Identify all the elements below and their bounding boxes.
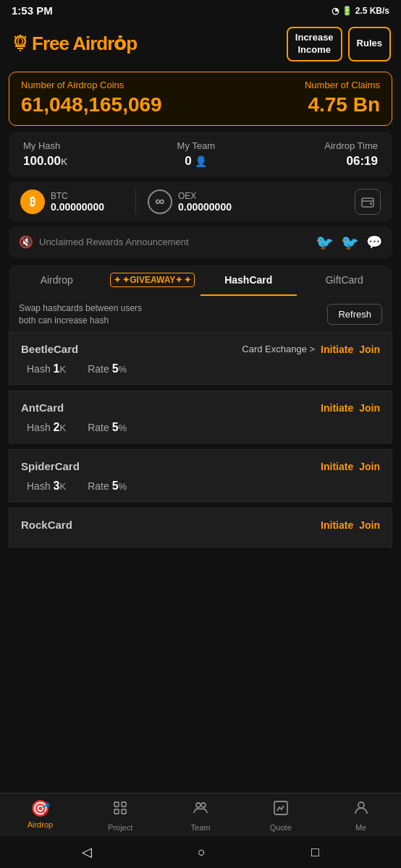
status-icons: ◔ 🔋 2.5 KB/s bbox=[332, 6, 389, 16]
app-header: Free Airdrȯp Increase Income Rules bbox=[0, 21, 401, 69]
discord-icon[interactable]: 💬 bbox=[366, 234, 382, 250]
network-speed: 2.5 KB/s bbox=[355, 6, 389, 16]
beetle-card-stats: Hash 1K Rate 5% bbox=[27, 362, 380, 375]
beetle-initiate-button[interactable]: Initiate bbox=[321, 344, 353, 355]
ant-rate-stat: Rate 5% bbox=[88, 421, 127, 434]
coin-divider bbox=[135, 189, 136, 215]
ant-card-actions: Initiate Join bbox=[321, 402, 380, 414]
rock-initiate-button[interactable]: Initiate bbox=[321, 519, 353, 531]
svg-point-14 bbox=[196, 803, 200, 807]
nav-item-team[interactable]: Team bbox=[179, 799, 222, 832]
coins-section: Number of Airdrop Coins 61,048,165,069 bbox=[21, 80, 162, 116]
rock-card-name: RockCard bbox=[21, 519, 72, 531]
refresh-button[interactable]: Refresh bbox=[327, 304, 382, 325]
svg-rect-9 bbox=[370, 203, 372, 205]
airdrop-time-label: Airdrop Time bbox=[324, 140, 378, 151]
airdrop-time-value: 06:19 bbox=[324, 154, 378, 169]
claims-section: Number of Claims 4.75 Bn bbox=[305, 80, 380, 116]
oex-name: OEX bbox=[178, 191, 232, 201]
spider-card-name: SpiderCard bbox=[21, 460, 80, 472]
ant-card-header: AntCard Initiate Join bbox=[21, 401, 380, 414]
svg-line-3 bbox=[14, 36, 16, 38]
me-nav-icon bbox=[353, 799, 370, 821]
nav-item-airdrop[interactable]: 🎯 Airdrop bbox=[18, 799, 62, 832]
beetle-rate-stat: Rate 5% bbox=[88, 362, 127, 375]
nav-item-quote[interactable]: Quote bbox=[259, 799, 303, 832]
ant-initiate-button[interactable]: Initiate bbox=[321, 402, 353, 414]
btc-icon: ₿ bbox=[20, 190, 45, 214]
rules-button[interactable]: Rules bbox=[348, 27, 391, 61]
my-hash-label: My Hash bbox=[23, 140, 67, 151]
logo-icon bbox=[10, 34, 30, 54]
tab-hashcard[interactable]: HashCard bbox=[200, 265, 297, 296]
quote-nav-icon bbox=[272, 799, 290, 821]
oex-info: OEX 0.00000000 bbox=[178, 191, 232, 213]
header-buttons: Increase Income Rules bbox=[287, 27, 391, 61]
list-item: AntCard Initiate Join Hash 2K Rate 5% bbox=[9, 391, 392, 443]
spider-join-button[interactable]: Join bbox=[359, 461, 380, 472]
btc-value: 0.00000000 bbox=[51, 201, 104, 213]
card-exchange-label: Card Exchange > bbox=[242, 344, 315, 354]
my-hash-cell: My Hash 100.00K bbox=[23, 140, 67, 169]
nav-item-me[interactable]: Me bbox=[339, 799, 383, 832]
beetle-card-actions: Card Exchange > Initiate Join bbox=[242, 344, 380, 355]
wallet-button[interactable] bbox=[355, 189, 381, 215]
card-list: BeetleCard Card Exchange > Initiate Join… bbox=[9, 332, 392, 549]
svg-rect-12 bbox=[114, 809, 119, 814]
ant-join-button[interactable]: Join bbox=[359, 402, 380, 414]
tab-giftcard[interactable]: GiftCard bbox=[297, 265, 393, 296]
team-nav-label: Team bbox=[191, 823, 211, 832]
airdrop-time-cell: Airdrop Time 06:19 bbox=[324, 140, 378, 169]
my-team-label: My Team bbox=[177, 140, 216, 151]
coins-row: ₿ BTC 0.00000000 ∞ OEX 0.00000000 bbox=[9, 182, 392, 222]
rock-card-header: RockCard Initiate Join bbox=[21, 519, 380, 531]
social-icons: 🐦 🐦 💬 bbox=[316, 234, 382, 251]
btc-item: ₿ BTC 0.00000000 bbox=[20, 190, 124, 214]
android-nav-bar: ◁ ○ □ bbox=[0, 836, 401, 868]
oex-icon: ∞ bbox=[148, 190, 172, 214]
twitter-icon-2[interactable]: 🐦 bbox=[341, 234, 359, 251]
recent-button[interactable]: □ bbox=[311, 845, 319, 860]
airdrop-nav-icon: 🎯 bbox=[30, 799, 50, 818]
announcement-left: 🔇 Unclaimed Rewards Announcement bbox=[19, 235, 189, 249]
spider-card-actions: Initiate Join bbox=[321, 461, 380, 472]
svg-point-4 bbox=[18, 38, 22, 45]
bottom-nav: 🎯 Airdrop Project Team bbox=[0, 793, 401, 836]
back-button[interactable]: ◁ bbox=[82, 844, 92, 860]
tab-giveaway[interactable]: ✦✦GIVEAWAY✦✦ bbox=[105, 265, 201, 296]
project-nav-label: Project bbox=[108, 823, 132, 832]
stats-banner: Number of Airdrop Coins 61,048,165,069 N… bbox=[9, 72, 392, 126]
ant-card-stats: Hash 2K Rate 5% bbox=[27, 421, 380, 434]
announcement-bar: 🔇 Unclaimed Rewards Announcement 🐦 🐦 💬 bbox=[9, 226, 392, 258]
speaker-icon: 🔇 bbox=[19, 235, 33, 249]
beetle-join-button[interactable]: Join bbox=[359, 344, 380, 355]
me-nav-label: Me bbox=[355, 823, 366, 832]
oex-item: ∞ OEX 0.00000000 bbox=[148, 190, 251, 214]
nav-item-project[interactable]: Project bbox=[98, 799, 142, 832]
spider-card-header: SpiderCard Initiate Join bbox=[21, 460, 380, 472]
twitter-icon-1[interactable]: 🐦 bbox=[316, 234, 334, 251]
rock-card-actions: Initiate Join bbox=[321, 519, 380, 531]
svg-rect-8 bbox=[362, 198, 373, 207]
spider-initiate-button[interactable]: Initiate bbox=[321, 461, 353, 472]
spider-card-stats: Hash 3K Rate 5% bbox=[27, 480, 380, 493]
status-time: 1:53 PM bbox=[12, 4, 53, 17]
list-item: BeetleCard Card Exchange > Initiate Join… bbox=[9, 332, 392, 385]
team-nav-icon bbox=[192, 799, 209, 821]
my-team-value: 0 👤 bbox=[177, 154, 216, 169]
main-tabs: Airdrop ✦✦GIVEAWAY✦✦ HashCard GiftCard bbox=[9, 265, 392, 296]
tab-airdrop[interactable]: Airdrop bbox=[9, 265, 105, 296]
beetle-card-header: BeetleCard Card Exchange > Initiate Join bbox=[21, 343, 380, 355]
increase-income-button[interactable]: Increase Income bbox=[287, 27, 342, 61]
spider-rate-stat: Rate 5% bbox=[88, 480, 127, 493]
rock-join-button[interactable]: Join bbox=[359, 519, 380, 531]
btc-info: BTC 0.00000000 bbox=[51, 191, 104, 213]
list-item: SpiderCard Initiate Join Hash 3K Rate 5% bbox=[9, 449, 392, 502]
info-row: My Hash 100.00K My Team 0 👤 Airdrop Time… bbox=[9, 132, 392, 177]
svg-rect-10 bbox=[114, 802, 119, 807]
svg-point-17 bbox=[358, 802, 364, 808]
coins-value: 61,048,165,069 bbox=[21, 93, 162, 116]
home-button[interactable]: ○ bbox=[198, 845, 206, 860]
claims-label: Number of Claims bbox=[305, 80, 380, 90]
claims-value: 4.75 Bn bbox=[305, 93, 380, 116]
